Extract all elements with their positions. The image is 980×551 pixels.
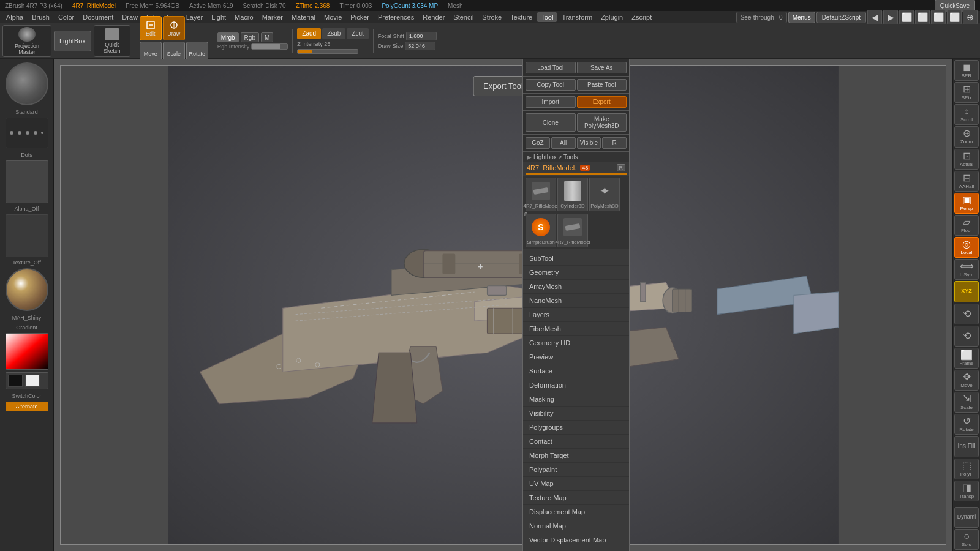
nav-btn-5[interactable]: ⬜ xyxy=(931,10,946,24)
menu-color[interactable]: Color xyxy=(55,12,78,22)
menu-picker[interactable]: Picker xyxy=(347,12,373,22)
visible-button[interactable]: Visible xyxy=(577,137,601,149)
subtool-item-surface[interactable]: Surface xyxy=(523,364,629,378)
local-button[interactable]: ◎ Local xyxy=(954,237,979,258)
alternate-button[interactable]: Alternate xyxy=(6,402,48,411)
menu-stencil[interactable]: Stencil xyxy=(450,12,477,22)
floor-button[interactable]: ▱ Floor xyxy=(954,215,979,236)
subtool-item-geometry[interactable]: Geometry xyxy=(523,266,629,280)
tool-thumb-cylinder[interactable]: Cylinder3D xyxy=(557,178,588,211)
m-button[interactable]: M xyxy=(261,32,273,42)
subtool-item-displacementmap[interactable]: Displacement Map xyxy=(523,505,629,519)
menu-brush[interactable]: Brush xyxy=(28,12,53,22)
menu-zscript[interactable]: Zscript xyxy=(628,12,655,22)
scroll-button[interactable]: ↕ Scroll xyxy=(954,104,979,125)
menu-texture[interactable]: Texture xyxy=(507,12,536,22)
r-button[interactable]: R xyxy=(602,137,627,149)
bpr-button[interactable]: ◼ BPR xyxy=(954,60,979,81)
copy-tool-button[interactable]: Copy Tool xyxy=(526,79,576,91)
zoom-button[interactable]: ⊕ Zoom xyxy=(954,126,979,147)
subtool-item-visibility[interactable]: Visibility xyxy=(523,407,629,421)
rotate-button-right[interactable]: ↺ Rotate xyxy=(954,414,979,435)
quick-sketch[interactable]: QuickSketch xyxy=(94,25,130,57)
subtool-item-morphtarget[interactable]: Morph Target xyxy=(523,449,629,463)
subtool-item-preview[interactable]: Preview xyxy=(523,350,629,364)
menu-document[interactable]: Document xyxy=(79,12,117,22)
actual-button[interactable]: ⊡ Actual xyxy=(954,149,979,170)
tool-thumb-simplebrush[interactable]: S SimpleBrush xyxy=(526,214,556,247)
subtool-item-uvmap[interactable]: UV Map xyxy=(523,477,629,491)
goz-button[interactable]: GoZ xyxy=(526,137,550,149)
tool-thumb-rifle1[interactable]: 4R7_RifleModel xyxy=(526,178,556,211)
zcut-button[interactable]: Zcut xyxy=(347,28,368,39)
subtool-item-nanomesh[interactable]: NanoMesh xyxy=(523,294,629,308)
subtool-item-layers[interactable]: Layers xyxy=(523,308,629,322)
alpha-preview[interactable] xyxy=(6,160,48,203)
nav-btn-3[interactable]: ⬜ xyxy=(899,10,914,24)
default-zscript-button[interactable]: DefaultZScript xyxy=(816,12,866,23)
draw-button[interactable]: Draw xyxy=(163,16,185,40)
menu-alpha[interactable]: Alpha xyxy=(2,12,27,22)
tool-thumb-polymesh[interactable]: ✦ PolyMesh3D xyxy=(589,178,620,211)
rgb-button[interactable]: Rgb xyxy=(241,32,259,42)
subtool-item-contact[interactable]: Contact xyxy=(523,435,629,449)
subtool-item-subtool[interactable]: SubTool xyxy=(523,252,629,266)
canvas-area[interactable]: ⬡ ⬡ ⬡ ✚ xyxy=(54,59,952,551)
see-through-button[interactable]: See-through 0 xyxy=(736,12,787,23)
paste-tool-button[interactable]: Paste Tool xyxy=(577,79,627,91)
rot-btn-1[interactable]: ⟲ xyxy=(954,304,979,324)
focal-value[interactable]: 1,600 xyxy=(406,32,437,40)
zsub-button[interactable]: Zsub xyxy=(322,28,345,39)
subtool-item-deformation[interactable]: Deformation xyxy=(523,378,629,392)
expand-btn[interactable]: ⊕ xyxy=(963,10,978,24)
transp-button[interactable]: ◨ Transp xyxy=(954,481,979,501)
make-polymesh-button[interactable]: Make PolyMesh3D xyxy=(577,113,627,132)
zadd-button[interactable]: Zadd xyxy=(297,28,321,39)
lightbox-button[interactable]: LightBox xyxy=(54,31,91,51)
menu-stroke[interactable]: Stroke xyxy=(478,12,505,22)
lsym-button[interactable]: ⟺ L.Sym xyxy=(954,259,979,280)
nav-btn-4[interactable]: ⬜ xyxy=(915,10,930,24)
rot-btn-2[interactable]: ⟲ xyxy=(954,326,979,347)
tool-thumb-rifle2[interactable]: 4R7_RifleModel xyxy=(557,214,588,247)
aahalf-button[interactable]: ⊟ AAHalf xyxy=(954,171,979,192)
subtool-item-fibermesh[interactable]: FiberMesh xyxy=(523,322,629,336)
material-preview[interactable] xyxy=(6,268,48,311)
frame-button[interactable]: ⬜ Frame xyxy=(954,348,979,369)
menu-draw[interactable]: Draw xyxy=(118,12,141,22)
menu-tool[interactable]: Tool xyxy=(537,12,557,22)
switch-color-button[interactable] xyxy=(6,372,48,389)
nav-btn-1[interactable]: ◀ xyxy=(867,10,882,24)
color-swatch[interactable] xyxy=(6,333,48,370)
mrgb-button[interactable]: Mrgb xyxy=(217,32,239,42)
spix-button[interactable]: ⊞ SPix xyxy=(954,82,979,103)
subtool-item-arraymesh[interactable]: ArrayMesh xyxy=(523,280,629,294)
clone-button[interactable]: Clone xyxy=(526,113,576,132)
ins-fill-button[interactable]: Ins Fill xyxy=(954,436,979,457)
nav-btn-2[interactable]: ▶ xyxy=(883,10,898,24)
subtool-item-polygroups[interactable]: Polygroups xyxy=(523,421,629,435)
z-intensity-bar[interactable] xyxy=(297,49,358,54)
texture-preview[interactable] xyxy=(6,214,48,257)
lightbox-tools-header[interactable]: ▶ Lightbox > Tools xyxy=(523,152,629,162)
brush-preview[interactable] xyxy=(6,62,48,105)
menu-movie[interactable]: Movie xyxy=(320,12,345,22)
menu-light[interactable]: Light xyxy=(208,12,230,22)
load-tool-button[interactable]: Load Tool xyxy=(526,62,576,73)
persp-button[interactable]: ▣ Persp xyxy=(954,193,979,214)
subtool-item-texturemap[interactable]: Texture Map xyxy=(523,491,629,505)
subtool-item-vectordisplacementmap[interactable]: Vector Displacement Map xyxy=(523,533,629,547)
nav-btn-6[interactable]: ⬜ xyxy=(947,10,962,24)
menus-button[interactable]: Menus xyxy=(788,12,815,23)
menu-zplugin[interactable]: Zplugin xyxy=(597,12,627,22)
subtool-item-displayproperties[interactable]: Display Properties xyxy=(523,547,629,551)
subtool-item-normalmap[interactable]: Normal Map xyxy=(523,519,629,533)
dynamic-button[interactable]: Dynami xyxy=(954,507,979,528)
subtool-item-polypaint[interactable]: Polypaint xyxy=(523,463,629,477)
polyf-button[interactable]: ⬚ PolyF xyxy=(954,459,979,479)
projection-master[interactable]: ProjectionMaster xyxy=(2,25,51,57)
menu-render[interactable]: Render xyxy=(419,12,448,22)
move-button-right[interactable]: ✥ Move xyxy=(954,370,979,391)
edit-button[interactable]: Edit xyxy=(140,16,162,40)
solo-button[interactable]: ○ Solo xyxy=(954,529,979,550)
